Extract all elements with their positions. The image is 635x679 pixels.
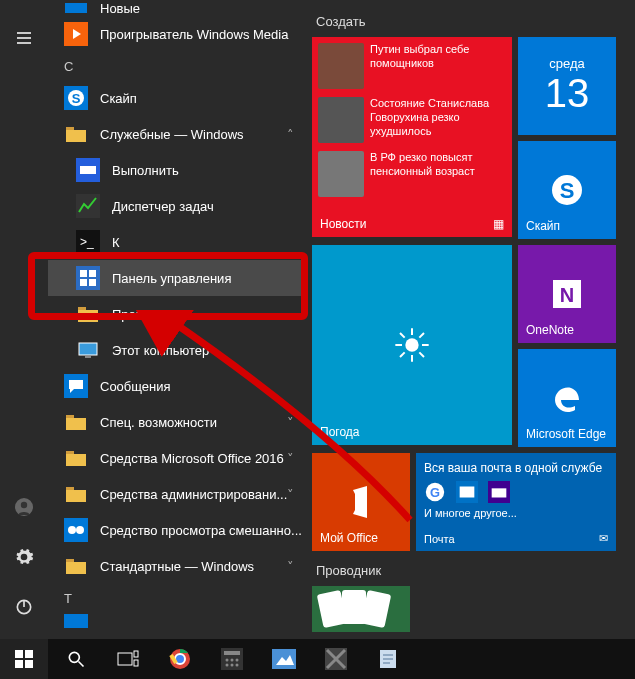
tile-edge[interactable]: Microsoft Edge	[518, 349, 616, 447]
hamburger-icon	[15, 29, 33, 47]
taskbar-app-photos[interactable]	[260, 639, 308, 679]
svg-point-64	[69, 652, 79, 662]
settings-button[interactable]	[4, 537, 44, 577]
taskbar-app-calculator[interactable]	[208, 639, 256, 679]
tile-label: Microsoft Edge	[526, 427, 606, 441]
app-item-wmp[interactable]: Проигрыватель Windows Media	[48, 16, 306, 52]
app-label: Служебные — Windows	[100, 127, 306, 142]
svg-line-48	[400, 352, 405, 357]
office-icon	[341, 482, 381, 522]
power-button[interactable]	[4, 587, 44, 627]
tile-skype[interactable]: S Скайп	[518, 141, 616, 239]
app-label: Новые	[100, 1, 306, 16]
explorer-icon	[76, 302, 100, 326]
app-item-standard[interactable]: Стандартные — Windows ˅	[48, 548, 306, 584]
svg-rect-18	[80, 270, 87, 277]
taskbar-app-generic[interactable]	[312, 639, 360, 679]
search-button[interactable]	[52, 639, 100, 679]
tile-calendar[interactable]: среда 13	[518, 37, 616, 135]
svg-text:S: S	[560, 178, 575, 203]
photos-icon	[272, 649, 296, 669]
tile-label: OneNote	[526, 323, 574, 337]
app-item-skype[interactable]: S Скайп	[48, 80, 306, 116]
app-item-accessibility[interactable]: Спец. возможности ˅	[48, 404, 306, 440]
mail-icon: ✉	[599, 532, 608, 545]
app-item-messages[interactable]: Сообщения	[48, 368, 306, 404]
tile-onenote[interactable]: N OneNote	[518, 245, 616, 343]
taskview-button[interactable]	[104, 639, 152, 679]
notes-icon	[377, 648, 399, 670]
apps-list[interactable]: Новые Проигрыватель Windows Media С S Ск…	[48, 0, 306, 639]
svg-text:G: G	[430, 485, 440, 500]
svg-rect-13	[80, 166, 96, 174]
svg-rect-4	[65, 3, 87, 13]
app-label: Панель управления	[112, 271, 306, 286]
svg-rect-25	[85, 356, 91, 358]
taskbar-app-notes[interactable]	[364, 639, 412, 679]
tiles-panel: Создать Путин выбрал себе помощников Сос…	[306, 0, 635, 639]
tile-label: Скайп	[526, 219, 560, 233]
hamburger-button[interactable]	[4, 18, 44, 58]
tile-solitaire[interactable]	[312, 586, 410, 632]
app-item-cmd[interactable]: >_ К	[48, 224, 306, 260]
folder-icon	[64, 410, 88, 434]
app-item-run[interactable]: Выполнить	[48, 152, 306, 188]
tiles-group-header-explorer[interactable]: Проводник	[316, 563, 625, 578]
svg-point-77	[231, 664, 234, 667]
app-label: К	[112, 235, 306, 250]
app-item-admin-tools[interactable]: Средства администрировани... ˅	[48, 476, 306, 512]
app-label: Сообщения	[100, 379, 306, 394]
news-headline: В РФ резко повысят пенсионный возраст	[370, 151, 506, 201]
yahoo-icon	[488, 481, 510, 503]
folder-icon	[64, 122, 88, 146]
svg-line-65	[79, 662, 84, 667]
outlook-icon	[456, 481, 478, 503]
taskbar-app-chrome[interactable]	[156, 639, 204, 679]
app-item-taskmgr[interactable]: Диспетчер задач	[48, 188, 306, 224]
svg-rect-28	[66, 418, 86, 430]
chevron-down-icon: ˅	[287, 415, 294, 430]
svg-point-74	[231, 659, 234, 662]
svg-rect-68	[134, 660, 138, 666]
tile-office[interactable]: Мой Office	[312, 453, 410, 551]
app-item-mixed-reality[interactable]: Средство просмотра смешанно...	[48, 512, 306, 548]
svg-rect-32	[66, 490, 86, 502]
app-item-explorer[interactable]: Проводник	[48, 296, 306, 332]
svg-rect-55	[460, 487, 475, 498]
news-thumb-icon	[318, 43, 364, 89]
app-item-systools[interactable]: Служебные — Windows ˄	[48, 116, 306, 152]
section-letter-t[interactable]: Т	[48, 584, 306, 612]
tiles-group-header[interactable]: Создать	[316, 14, 625, 29]
app-label: Этот компьютер	[112, 343, 306, 358]
app-label: Скайп	[100, 91, 306, 106]
app-item-control-panel[interactable]: Панель управления	[48, 260, 306, 296]
tile-news[interactable]: Путин выбрал себе помощников Состояние С…	[312, 37, 512, 237]
app-item-this-pc[interactable]: Этот компьютер	[48, 332, 306, 368]
calendar-date: 13	[545, 71, 590, 116]
svg-rect-14	[76, 194, 100, 218]
run-icon	[76, 158, 100, 182]
app-item-office-tools[interactable]: Средства Microsoft Office 2016 ˅	[48, 440, 306, 476]
onenote-icon: N	[547, 274, 587, 314]
svg-point-78	[236, 664, 239, 667]
section-letter-c[interactable]: С	[48, 52, 306, 80]
svg-rect-23	[78, 310, 98, 322]
news-thumb-icon	[318, 97, 364, 143]
app-item-new[interactable]: Новые	[48, 0, 306, 16]
svg-rect-62	[15, 660, 23, 668]
cards-icon	[312, 586, 410, 632]
tile-mail[interactable]: Вся ваша почта в одной службе G И многое…	[416, 453, 616, 551]
cmd-icon: >_	[76, 230, 100, 254]
start-button[interactable]	[0, 639, 48, 679]
tile-weather[interactable]: Погода	[312, 245, 512, 445]
calendar-day-label: среда	[549, 56, 585, 71]
user-button[interactable]	[4, 487, 44, 527]
tile-label: Погода	[320, 425, 360, 439]
svg-rect-17	[76, 266, 100, 290]
folder-icon	[64, 554, 88, 578]
messages-icon	[64, 374, 88, 398]
app-label: Проводник	[112, 307, 306, 322]
app-item-t1[interactable]	[48, 612, 306, 630]
square-icon	[64, 614, 88, 628]
svg-rect-67	[134, 651, 138, 657]
